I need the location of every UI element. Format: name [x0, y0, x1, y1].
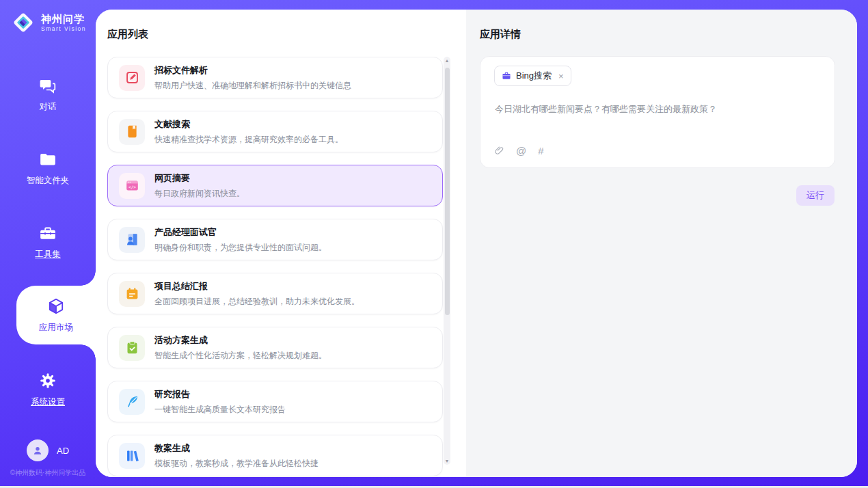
app-item-desc: 快速精准查找学术资源，提高研究效率的必备工具。 [154, 134, 343, 146]
composer-toolbar: @ # [494, 145, 544, 157]
folder-icon [39, 159, 57, 170]
avatar [27, 439, 49, 461]
tool-tag-label: Bing搜索 [516, 70, 552, 82]
interviewer-icon [119, 227, 145, 253]
app-list: 招标文件解析 帮助用户快速、准确地理解和解析招标书中的关键信息 文献搜索 快速精… [107, 57, 443, 476]
scroll-down-icon[interactable]: ▼ [444, 459, 450, 463]
app-item-desc: 模板驱动，教案秒成，教学准备从此轻松快捷 [154, 458, 318, 470]
sidebar-item-gear[interactable]: 系统设置 [0, 372, 96, 408]
mention-icon[interactable]: @ [516, 145, 526, 157]
quill-icon [119, 389, 145, 415]
brand-tagline: Smart Vision [41, 25, 86, 32]
app-item-title: 项目总结汇报 [154, 280, 360, 293]
app-detail-title: 应用详情 [480, 28, 521, 41]
svg-text:</>: </> [128, 185, 135, 189]
app-list-title: 应用列表 [107, 28, 148, 41]
pen-square-icon [119, 65, 145, 91]
brand-diamond-icon [11, 10, 36, 35]
app-item-desc: 帮助用户快速、准确地理解和解析招标书中的关键信息 [154, 80, 351, 92]
sidebar-item-chat[interactable]: 对话 [0, 77, 96, 113]
app-frame: 神州问学 Smart Vision 对话 智能文件夹 工具集 应用市场 系统设置… [0, 0, 868, 486]
sidebar-footer: ©神州数码·神州问学出品 [0, 468, 96, 478]
app-detail-panel: 应用详情 Bing搜索 × 今日湖北有哪些新闻要点？有哪些需要关注的最新政策？ … [466, 10, 857, 477]
app-list-item[interactable]: 产品经理面试官 明确身份和职责，为您提供专业性的面试问题。 [107, 219, 443, 260]
run-button[interactable]: 运行 [796, 185, 835, 206]
brand-logo: 神州问学 Smart Vision [11, 10, 86, 35]
scrollbar-thumb[interactable] [445, 68, 450, 315]
user-initials: AD [57, 446, 69, 456]
app-list-item[interactable]: </> 网页摘要 每日政府新闻资讯快查。 [107, 165, 443, 206]
briefcase-icon [502, 71, 511, 81]
tool-tag-remove-icon[interactable]: × [558, 71, 564, 81]
toolbox-icon [39, 232, 57, 244]
scroll-up-icon[interactable]: ▲ [444, 58, 450, 63]
query-text-input[interactable]: 今日湖北有哪些新闻要点？有哪些需要关注的最新政策？ [495, 103, 821, 116]
app-list-item[interactable]: 教案生成 模板驱动，教案秒成，教学准备从此轻松快捷 [107, 435, 443, 476]
cube-icon [47, 297, 65, 318]
app-item-desc: 智能生成个性化活动方案，轻松解决规划难题。 [154, 350, 327, 362]
hash-icon[interactable]: # [538, 145, 543, 157]
app-item-title: 招标文件解析 [154, 64, 351, 77]
app-list-item[interactable]: 研究报告 一键智能生成高质量长文本研究报告 [107, 381, 443, 422]
chat-icon [39, 85, 57, 96]
sidebar-item-cube[interactable]: 应用市场 [16, 286, 96, 344]
app-item-title: 网页摘要 [154, 172, 245, 185]
browser-code-icon: </> [119, 173, 145, 199]
book-icon [119, 119, 145, 145]
gear-icon [39, 380, 57, 392]
attachment-icon[interactable] [494, 146, 504, 156]
calendar-report-icon [119, 281, 145, 307]
sidebar-item-folder[interactable]: 智能文件夹 [0, 150, 96, 187]
app-list-item[interactable]: 招标文件解析 帮助用户快速、准确地理解和解析招标书中的关键信息 [107, 57, 443, 98]
clipboard-check-icon [119, 335, 145, 361]
app-list-item[interactable]: 文献搜索 快速精准查找学术资源，提高研究效率的必备工具。 [107, 111, 443, 152]
app-list-item[interactable]: 活动方案生成 智能生成个性化活动方案，轻松解决规划难题。 [107, 327, 443, 368]
person-icon [31, 444, 44, 457]
app-item-title: 产品经理面试官 [154, 226, 327, 239]
composer-card: Bing搜索 × 今日湖北有哪些新闻要点？有哪些需要关注的最新政策？ @ # [480, 56, 835, 168]
user-row[interactable]: AD [0, 439, 96, 461]
app-list-scrollbar[interactable]: ▲ ▼ [444, 57, 450, 465]
app-item-title: 研究报告 [154, 388, 286, 401]
app-item-title: 活动方案生成 [154, 334, 327, 347]
brand-name: 神州问学 [41, 13, 86, 25]
app-item-desc: 每日政府新闻资讯快查。 [154, 188, 245, 200]
tool-tag-bing-search[interactable]: Bing搜索 × [494, 66, 571, 86]
app-item-desc: 一键智能生成高质量长文本研究报告 [154, 404, 286, 416]
app-item-desc: 明确身份和职责，为您提供专业性的面试问题。 [154, 242, 327, 254]
content-card: 应用列表 招标文件解析 帮助用户快速、准确地理解和解析招标书中的关键信息 文献搜… [96, 10, 857, 477]
app-item-desc: 全面回顾项目进展，总结经验教训，助力未来优化发展。 [154, 296, 360, 308]
app-list-panel: 应用列表 招标文件解析 帮助用户快速、准确地理解和解析招标书中的关键信息 文献搜… [96, 10, 466, 477]
sidebar-item-toolbox[interactable]: 工具集 [0, 224, 96, 260]
books-icon [119, 443, 145, 469]
app-item-title: 文献搜索 [154, 118, 343, 131]
app-list-item[interactable]: 项目总结汇报 全面回顾项目进展，总结经验教训，助力未来优化发展。 [107, 273, 443, 314]
app-item-title: 教案生成 [154, 442, 318, 455]
sidebar: 神州问学 Smart Vision 对话 智能文件夹 工具集 应用市场 系统设置… [0, 0, 96, 486]
